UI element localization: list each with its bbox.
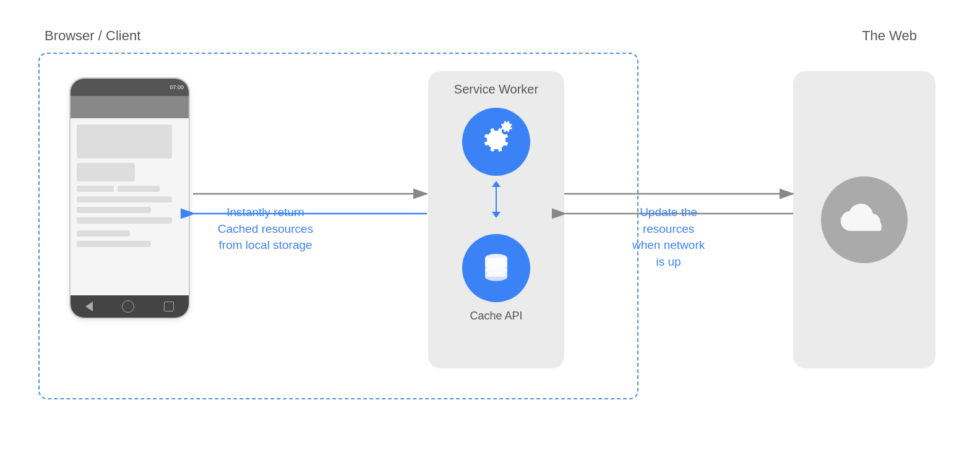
phone-line-small1 — [77, 186, 114, 192]
phone-back-btn — [85, 302, 93, 311]
phone-line-medium1 — [77, 207, 151, 213]
arrow-head-up — [492, 181, 501, 187]
phone-nav — [71, 295, 189, 318]
update-resources-text: Update the resources when network is up — [632, 204, 705, 270]
cloud-icon-circle — [821, 176, 908, 263]
phone-toolbar — [71, 96, 189, 118]
instantly-return-text: Instantly return Cached resources from l… — [218, 204, 313, 254]
arrow-head-down — [492, 212, 501, 218]
phone-line-medium2 — [77, 241, 151, 247]
diagram-container: Browser / Client The Web 07:00 — [26, 22, 954, 430]
cache-icon-circle — [462, 234, 530, 302]
phone-content-block2 — [77, 163, 135, 181]
web-box — [793, 71, 935, 368]
phone-content — [71, 118, 189, 295]
phone-home-btn — [122, 300, 134, 313]
service-worker-label: Service Worker — [454, 82, 538, 97]
phone-line-small2 — [118, 186, 160, 192]
phone-line-wide2 — [77, 217, 172, 224]
web-label: The Web — [862, 28, 917, 44]
phone-recent-btn — [164, 302, 174, 311]
cache-api-label: Cache API — [470, 310, 522, 323]
service-worker-box: Service Worker — [428, 71, 564, 368]
svg-point-6 — [485, 272, 507, 281]
database-icon — [476, 248, 517, 289]
sw-double-arrow — [492, 181, 501, 218]
phone-line-wide1 — [77, 196, 172, 202]
phone-content-block1 — [77, 124, 172, 159]
browser-client-label: Browser / Client — [45, 28, 140, 44]
phone-content-row — [77, 186, 183, 192]
phone-status-text: 07:00 — [170, 84, 184, 90]
gear-icon — [475, 120, 518, 163]
gear-icon-circle — [462, 108, 530, 176]
phone-status-bar: 07:00 — [71, 79, 189, 96]
phone-mockup: 07:00 — [69, 77, 190, 319]
cloud-icon — [838, 201, 891, 238]
arrow-line — [496, 187, 497, 212]
phone-line-short1 — [77, 230, 130, 237]
